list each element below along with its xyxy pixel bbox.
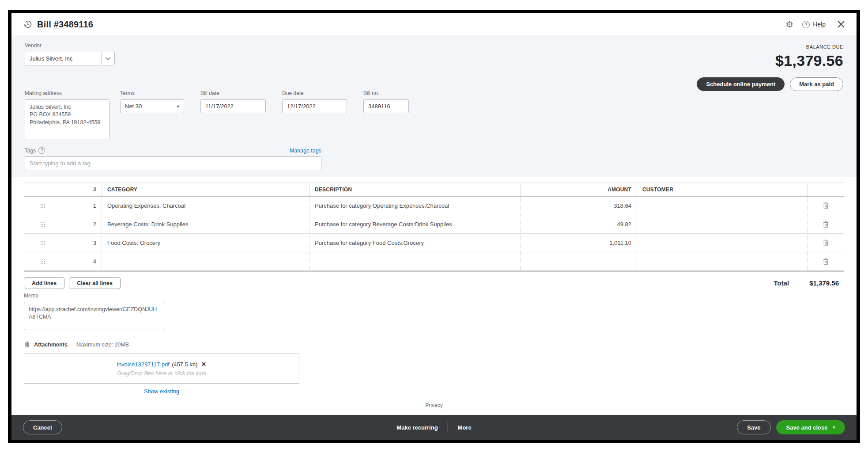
description-cell[interactable]: Purchase for category Beverage Costs:Dri… [309,215,520,233]
line-items-table: # CATEGORY DESCRIPTION AMOUNT CUSTOMER 1… [24,183,844,272]
attachments-max-size: Maximum size: 20MB [76,342,129,348]
line-number: 2 [62,215,102,233]
bill-header-section: Vendor BALANCE DUE $1,379.56 Schedule on… [11,35,857,177]
column-header-number: # [62,183,102,196]
bill-date-input[interactable] [200,99,266,113]
terms-select[interactable]: Net 30 ▾ [120,99,184,113]
vendor-input[interactable] [25,52,101,65]
vendor-label: Vendor [25,42,115,49]
close-button[interactable] [837,20,845,28]
gear-icon[interactable]: ⚙ [785,20,793,29]
remove-attachment-button[interactable]: ✕ [201,361,206,368]
tags-help-icon[interactable]: ? [38,147,45,154]
category-cell[interactable] [102,252,309,270]
balance-summary: BALANCE DUE $1,379.56 Schedule online pa… [697,44,843,91]
delete-line-button[interactable] [807,234,844,252]
bill-no-input[interactable] [363,99,409,113]
amount-cell[interactable]: 318.64 [520,197,637,215]
column-header-handle [24,183,62,196]
drag-handle[interactable] [24,252,62,270]
table-body: 1 Operating Expenses: Charcoal Purchase … [24,197,844,272]
tags-label: Tags [25,148,36,154]
close-icon [837,20,845,28]
drag-handle[interactable] [24,234,62,252]
help-button[interactable]: ? Help [802,21,826,28]
line-number: 4 [62,252,102,270]
due-date-label: Due date [282,90,347,96]
window-titlebar: Bill #3489116 ⚙ ? Help [11,13,857,35]
category-cell[interactable]: Food Costs: Grocery [102,234,309,252]
amount-cell[interactable]: 1,011.10 [520,234,637,252]
mailing-address-field[interactable]: Julius Silvert, Inc PO BOX 824559 Philad… [25,99,109,140]
trash-icon [823,258,829,265]
add-lines-button[interactable]: Add lines [24,277,64,289]
vendor-combo [25,52,115,65]
save-and-close-label: Save and close [786,424,828,431]
column-header-actions [807,183,844,196]
delete-line-button[interactable] [807,215,844,233]
category-cell[interactable]: Beverage Costs: Drink Supplies [102,215,309,233]
paperclip-icon [24,341,30,348]
vendor-dropdown-button[interactable] [101,52,114,65]
terms-dropdown-button[interactable]: ▾ [172,100,184,113]
attachment-file-size: (457.5 kb) [172,361,198,368]
page-title: Bill #3489116 [37,19,93,30]
save-and-close-button[interactable]: Save and close ▾ [776,420,845,434]
make-recurring-button[interactable]: Make recurring [396,424,438,431]
privacy-link[interactable]: Privacy [425,402,442,408]
memo-field[interactable]: https://app.xtrachef.com/invimgviewer/GE… [24,302,164,330]
tags-input[interactable] [25,156,321,170]
table-row: 2 Beverage Costs: Drink Supplies Purchas… [24,215,844,234]
trash-icon [823,239,829,247]
description-cell[interactable]: Purchase for category Food Costs:Grocery [309,234,520,252]
mark-as-paid-button[interactable]: Mark as paid [790,77,843,91]
line-items-section: # CATEGORY DESCRIPTION AMOUNT CUSTOMER 1… [11,177,857,415]
total-label: Total [774,279,789,287]
balance-due-amount: $1,379.56 [697,52,843,69]
column-header-category: CATEGORY [102,183,309,196]
show-existing-link[interactable]: Show existing [144,388,179,395]
memo-label: Memo [24,293,844,299]
footer-divider [448,422,448,433]
description-cell[interactable]: Purchase for category Operating Expenses… [309,197,520,215]
table-header-row: # CATEGORY DESCRIPTION AMOUNT CUSTOMER [24,183,844,197]
drag-dots-icon [40,240,45,246]
attachment-file-link[interactable]: invoice13297117.pdf [117,361,170,368]
drag-handle[interactable] [24,197,62,215]
manage-tags-link[interactable]: Manage tags [290,148,321,154]
category-cell[interactable]: Operating Expenses: Charcoal [102,197,309,215]
bill-no-label: Bill no. [363,90,409,96]
help-label: Help [813,21,826,28]
help-icon: ? [802,21,810,28]
total-value: $1,379.56 [809,279,839,287]
more-button[interactable]: More [458,424,472,431]
save-and-close-caret-icon: ▾ [833,425,835,430]
amount-cell[interactable] [520,252,637,270]
column-header-customer: CUSTOMER [637,183,807,196]
customer-cell[interactable] [637,252,807,270]
due-date-input[interactable] [282,99,347,113]
description-cell[interactable] [309,252,520,270]
customer-cell[interactable] [637,197,807,215]
delete-line-button[interactable] [807,252,844,270]
drag-dots-icon [40,259,45,264]
save-button[interactable]: Save [737,420,770,434]
terms-value: Net 30 [121,100,172,113]
chevron-down-icon [106,57,111,60]
terms-label: Terms [120,90,184,96]
bill-date-label: Bill date [200,90,266,96]
clear-all-lines-button[interactable]: Clear all lines [69,277,121,289]
schedule-online-payment-button[interactable]: Schedule online payment [697,77,785,91]
amount-cell[interactable]: 49.82 [520,215,637,233]
table-row: 4 [24,252,844,272]
cancel-button[interactable]: Cancel [23,420,62,434]
trash-icon [823,202,829,209]
drag-handle[interactable] [24,215,62,233]
drag-dots-icon [40,203,45,209]
delete-line-button[interactable] [807,197,844,215]
customer-cell[interactable] [637,215,807,233]
line-number: 3 [62,234,102,252]
customer-cell[interactable] [637,234,807,252]
attachment-dropzone[interactable]: invoice13297117.pdf (457.5 kb) ✕ Drag/Dr… [24,354,299,384]
bill-history-icon[interactable] [23,19,33,29]
